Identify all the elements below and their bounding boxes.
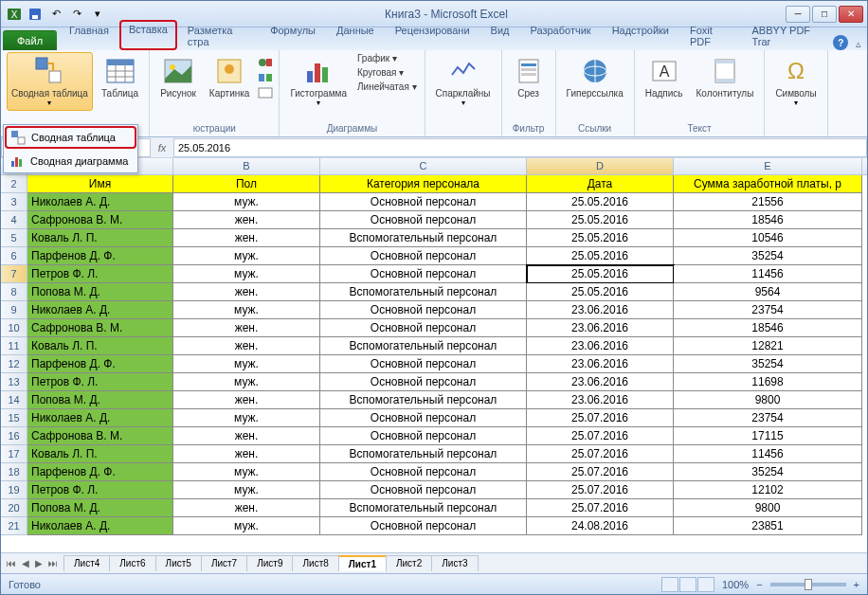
cell[interactable]: 25.07.2016 — [527, 481, 674, 499]
clipart-button[interactable]: Картинка — [205, 52, 255, 102]
header-cell[interactable]: Пол — [173, 175, 320, 193]
sheet-first-icon[interactable]: ⏮ — [5, 558, 18, 568]
cell[interactable]: жен. — [173, 283, 320, 301]
sheet-last-icon[interactable]: ⏭ — [46, 558, 60, 568]
cell[interactable]: Основной персонал — [320, 301, 527, 319]
cell[interactable]: 23851 — [674, 517, 862, 535]
cell[interactable]: 35254 — [674, 247, 862, 265]
row-header-9[interactable]: 9 — [1, 301, 27, 319]
tab-рецензировани[interactable]: Рецензировани — [385, 20, 480, 50]
cell[interactable]: Попова М. Д. — [27, 499, 173, 517]
cell[interactable]: жен. — [173, 391, 320, 409]
shapes-icon[interactable] — [258, 56, 273, 69]
col-header-E[interactable]: E — [674, 158, 862, 174]
cell[interactable]: 12821 — [674, 337, 862, 355]
tab-foxit pdf[interactable]: Foxit PDF — [679, 20, 742, 50]
cell[interactable]: муж. — [173, 247, 320, 265]
zoom-slider[interactable] — [770, 583, 846, 586]
row-header-21[interactable]: 21 — [1, 517, 27, 535]
hyperlink-button[interactable]: Гиперссылка — [562, 52, 628, 102]
cell[interactable]: 11698 — [674, 373, 862, 391]
cell[interactable]: муж. — [173, 517, 320, 535]
row-header-15[interactable]: 15 — [1, 409, 27, 427]
row-header-13[interactable]: 13 — [1, 373, 27, 391]
sheet-tab-Лист8[interactable]: Лист8 — [292, 555, 338, 571]
header-cell[interactable]: Дата — [527, 175, 674, 193]
cell[interactable]: 25.07.2016 — [527, 427, 674, 445]
cell[interactable]: муж. — [173, 301, 320, 319]
row-header-17[interactable]: 17 — [1, 445, 27, 463]
line-chart-opt[interactable]: График ▾ — [355, 52, 419, 64]
cell[interactable]: Парфенов Д. Ф. — [27, 355, 173, 373]
histogram-button[interactable]: Гистограмма ▾ — [285, 52, 352, 111]
cell[interactable]: 35254 — [674, 355, 862, 373]
cell[interactable]: жен. — [173, 427, 320, 445]
row-header-18[interactable]: 18 — [1, 463, 27, 481]
cell[interactable]: Сафронова В. М. — [27, 319, 173, 337]
cell[interactable]: Вспомогательный персонал — [320, 445, 527, 463]
smartart-icon[interactable] — [258, 71, 273, 84]
help-icon[interactable]: ? — [833, 35, 848, 50]
cell[interactable]: 23.06.2016 — [527, 301, 674, 319]
sheet-tab-Лист6[interactable]: Лист6 — [109, 555, 155, 571]
cell[interactable]: 25.05.2016 — [527, 193, 674, 211]
cell[interactable]: 25.05.2016 — [527, 229, 674, 247]
cell[interactable]: Николаев А. Д. — [27, 517, 173, 535]
menu-pivot-chart[interactable]: Сводная диаграмма — [4, 150, 137, 172]
tab-данные[interactable]: Данные — [326, 20, 385, 50]
cell[interactable]: 11456 — [674, 445, 862, 463]
cell[interactable]: Вспомогательный персонал — [320, 337, 527, 355]
cell[interactable]: жен. — [173, 337, 320, 355]
cell[interactable]: муж. — [173, 355, 320, 373]
cell[interactable]: 18546 — [674, 319, 862, 337]
tab-надстройки[interactable]: Надстройки — [602, 20, 679, 50]
cell[interactable]: Основной персонал — [320, 481, 527, 499]
close-button[interactable]: ✕ — [839, 6, 863, 23]
cell[interactable]: Основной персонал — [320, 319, 527, 337]
row-header-8[interactable]: 8 — [1, 283, 27, 301]
header-cell[interactable]: Имя — [27, 175, 173, 193]
cell[interactable]: Основной персонал — [320, 355, 527, 373]
slicer-button[interactable]: Срез — [508, 52, 550, 102]
row-header-4[interactable]: 4 — [1, 211, 27, 229]
sheet-tab-Лист9[interactable]: Лист9 — [246, 555, 293, 571]
cell[interactable]: Петров Ф. Л. — [27, 373, 173, 391]
cell[interactable]: 25.05.2016 — [527, 265, 674, 283]
grid-body[interactable]: 2ИмяПолКатегория персоналаДатаСумма зара… — [1, 175, 867, 552]
sheet-next-icon[interactable]: ▶ — [33, 558, 45, 568]
cell[interactable]: Коваль Л. П. — [27, 229, 173, 247]
excel-icon[interactable]: X — [5, 5, 24, 24]
picture-button[interactable]: Рисунок — [155, 52, 201, 102]
screenshot-icon[interactable] — [258, 86, 273, 99]
cell[interactable]: Основной персонал — [320, 463, 527, 481]
cell[interactable]: Петров Ф. Л. — [27, 265, 173, 283]
cell[interactable]: муж. — [173, 265, 320, 283]
cell[interactable]: 23754 — [674, 301, 862, 319]
cell[interactable]: Коваль Л. П. — [27, 445, 173, 463]
cell[interactable]: 23.06.2016 — [527, 391, 674, 409]
ribbon-minimize-icon[interactable]: ▵ — [856, 38, 861, 50]
row-header-5[interactable]: 5 — [1, 229, 27, 247]
cell[interactable]: 21556 — [674, 193, 862, 211]
cell[interactable]: муж. — [173, 373, 320, 391]
table-button[interactable]: Таблица — [97, 52, 143, 102]
cell[interactable]: Вспомогательный персонал — [320, 499, 527, 517]
sheet-tab-Лист2[interactable]: Лист2 — [386, 555, 432, 571]
cell[interactable]: 9800 — [674, 391, 862, 409]
cell[interactable]: Парфенов Д. Ф. — [27, 463, 173, 481]
tab-формулы[interactable]: Формулы — [260, 20, 326, 50]
cell[interactable]: Основной персонал — [320, 409, 527, 427]
cell[interactable]: 12102 — [674, 481, 862, 499]
cell[interactable]: Основной персонал — [320, 193, 527, 211]
sheet-tab-Лист5[interactable]: Лист5 — [155, 555, 202, 571]
row-header-20[interactable]: 20 — [1, 499, 27, 517]
headerfooter-button[interactable]: Колонтитулы — [692, 52, 759, 102]
cell[interactable]: 25.07.2016 — [527, 445, 674, 463]
cell[interactable]: 23.06.2016 — [527, 373, 674, 391]
cell[interactable]: Коваль Л. П. — [27, 337, 173, 355]
cell[interactable]: 35254 — [674, 463, 862, 481]
tab-разметка стра[interactable]: Разметка стра — [177, 20, 260, 50]
cell[interactable]: Попова М. Д. — [27, 283, 173, 301]
cell[interactable]: Николаев А. Д. — [27, 409, 173, 427]
cell[interactable]: Основной персонал — [320, 427, 527, 445]
